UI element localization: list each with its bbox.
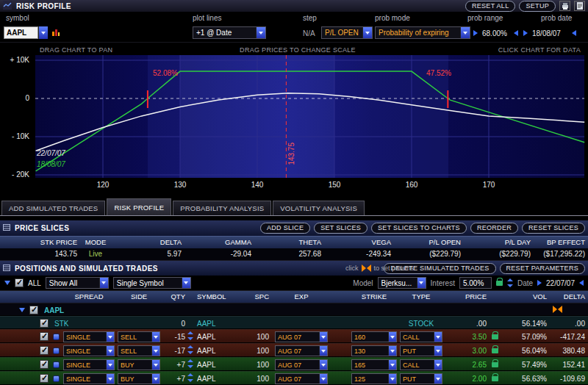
chevron-down-icon[interactable] (151, 332, 159, 342)
qty-stepper[interactable] (187, 373, 193, 382)
chevron-down-icon[interactable] (106, 346, 114, 356)
symbol-select[interactable] (4, 26, 48, 39)
tab-risk-profile[interactable]: RISK PROFILE (107, 198, 171, 215)
analyze-icon[interactable] (53, 361, 60, 368)
strike-select[interactable]: 125 (351, 373, 397, 384)
price-value[interactable]: 2.65 (448, 361, 487, 369)
interest-stepper[interactable] (507, 278, 513, 287)
side-select[interactable]: BUY (118, 359, 160, 370)
chevron-down-icon[interactable] (460, 27, 470, 38)
chevron-down-icon[interactable] (417, 278, 426, 288)
setup-button[interactable]: SETUP (519, 1, 556, 12)
analyze-icon[interactable] (53, 334, 60, 340)
chevron-down-icon[interactable] (182, 278, 190, 288)
strike-select[interactable]: 130 (351, 345, 397, 356)
chevron-down-icon[interactable] (99, 278, 108, 288)
reset-parameters-button[interactable]: RESET PARAMETERS (500, 263, 586, 274)
spread-select[interactable]: SINGLE (63, 359, 115, 370)
chevron-down-icon[interactable] (434, 346, 442, 356)
price-value[interactable]: 3.00 (448, 347, 487, 355)
price-slice-row[interactable]: 143.75 Live 5.97 -29.04 257.68 -249.34 (… (0, 248, 588, 261)
chevron-down-icon[interactable] (388, 374, 396, 384)
prob-mode-select[interactable]: Probability of expiring (375, 26, 470, 39)
spread-select[interactable]: SINGLE (63, 331, 115, 342)
set-slices-to-charts-button[interactable]: SET SLICES TO CHARTS (371, 223, 467, 234)
qty-stepper[interactable] (187, 345, 193, 354)
exp-select[interactable]: AUG 07 (275, 373, 328, 384)
chevron-down-icon[interactable] (388, 360, 396, 370)
prob-range-step-icon[interactable] (473, 30, 478, 36)
model-select[interactable]: Bjerksu... (378, 277, 426, 289)
exp-select[interactable]: AUG 07 (275, 359, 328, 370)
print-icon[interactable] (559, 1, 570, 11)
strike-select[interactable]: 160 (351, 331, 397, 342)
symbol-flag-icon[interactable] (51, 28, 60, 39)
symbol-input[interactable] (4, 26, 38, 39)
qty-stepper[interactable] (187, 359, 193, 368)
qty-value[interactable]: -15 (160, 333, 185, 341)
chevron-down-icon[interactable] (38, 26, 48, 39)
position-row[interactable]: SINGLE BUY +7 AAPL 100 AUG 07 125 PUT 2.… (0, 371, 588, 385)
reset-slices-button[interactable]: RESET SLICES (522, 223, 585, 234)
tab-volatility-analysis[interactable]: VOLATILITY ANALYSIS (273, 201, 365, 215)
lock-icon[interactable] (492, 334, 498, 339)
spread-select[interactable]: SINGLE (63, 373, 115, 384)
chevron-down-icon[interactable] (434, 332, 442, 342)
qty-value[interactable]: -17 (160, 347, 185, 355)
exp-select[interactable]: AUG 07 (275, 331, 328, 342)
add-slice-button[interactable]: ADD SLICE (260, 223, 310, 234)
chevron-down-icon[interactable] (151, 374, 159, 384)
row-checkbox[interactable] (40, 360, 49, 369)
lock-icon[interactable] (492, 376, 498, 381)
row-checkbox[interactable] (40, 346, 49, 355)
sp​read-select[interactable]: SINGLE (63, 345, 115, 356)
qty-stepper[interactable] (187, 331, 193, 340)
type-select[interactable]: CALL (400, 331, 442, 342)
chevron-down-icon[interactable] (319, 346, 327, 356)
chevron-down-icon[interactable] (388, 346, 396, 356)
price-value[interactable]: 3.50 (448, 333, 487, 341)
side-select[interactable]: SELL (118, 345, 160, 356)
exp-select[interactable]: AUG 07 (275, 345, 328, 356)
lock-icon[interactable] (492, 362, 498, 367)
position-row[interactable]: SINGLE SELL -17 AAPL 100 AUG 07 130 PUT … (0, 343, 588, 357)
plot-lines-select[interactable]: +1 @ Date (193, 26, 266, 39)
reset-all-button[interactable]: RESET ALL (465, 1, 516, 12)
chevron-down-icon[interactable] (106, 360, 114, 370)
qty-value[interactable]: +7 (160, 375, 185, 383)
prob-date-step-icon[interactable] (572, 30, 576, 36)
set-params-icon[interactable] (553, 306, 562, 313)
chevron-down-icon[interactable] (388, 332, 396, 342)
analyze-icon[interactable] (53, 348, 60, 354)
type-select[interactable]: PUT (400, 373, 442, 384)
strike-select[interactable]: 165 (351, 359, 397, 370)
type-select[interactable]: CALL (400, 359, 442, 370)
group-checkbox[interactable] (29, 306, 38, 314)
side-select[interactable]: BUY (118, 373, 160, 384)
set-slices-button[interactable]: SET SLICES (314, 223, 368, 234)
tab-add-simulated-trades[interactable]: ADD SIMULATED TRADES (1, 201, 105, 215)
price-value[interactable]: 2.00 (448, 375, 487, 383)
type-select[interactable]: PUT (400, 345, 442, 356)
row-checkbox[interactable] (40, 319, 49, 328)
all-checkbox[interactable] (15, 278, 24, 287)
slice-mode[interactable]: Live (77, 250, 114, 258)
lock-icon[interactable] (492, 348, 498, 353)
collapse-icon[interactable] (19, 308, 25, 312)
chevron-down-icon[interactable] (106, 374, 114, 384)
prob-date-step-icon[interactable] (523, 30, 528, 36)
show-filter-select[interactable]: Show All (46, 277, 109, 289)
collapse-icon[interactable] (4, 281, 10, 285)
scope-select[interactable]: Single Symbol (113, 277, 191, 289)
reorder-button[interactable]: REORDER (470, 223, 518, 234)
step-mode-select[interactable]: P/L OPEN (321, 26, 373, 39)
position-row[interactable]: SINGLE BUY +7 AAPL 100 AUG 07 165 CALL 2… (0, 357, 588, 371)
chevron-down-icon[interactable] (434, 374, 442, 384)
row-checkbox[interactable] (40, 332, 49, 341)
chevron-down-icon[interactable] (434, 360, 442, 370)
position-row[interactable]: SINGLE SELL -15 AAPL 100 AUG 07 160 CALL… (0, 329, 588, 343)
chevron-down-icon[interactable] (319, 360, 327, 370)
chevron-down-icon[interactable] (151, 346, 159, 356)
chevron-down-icon[interactable] (319, 374, 327, 384)
chevron-down-icon[interactable] (319, 332, 327, 342)
